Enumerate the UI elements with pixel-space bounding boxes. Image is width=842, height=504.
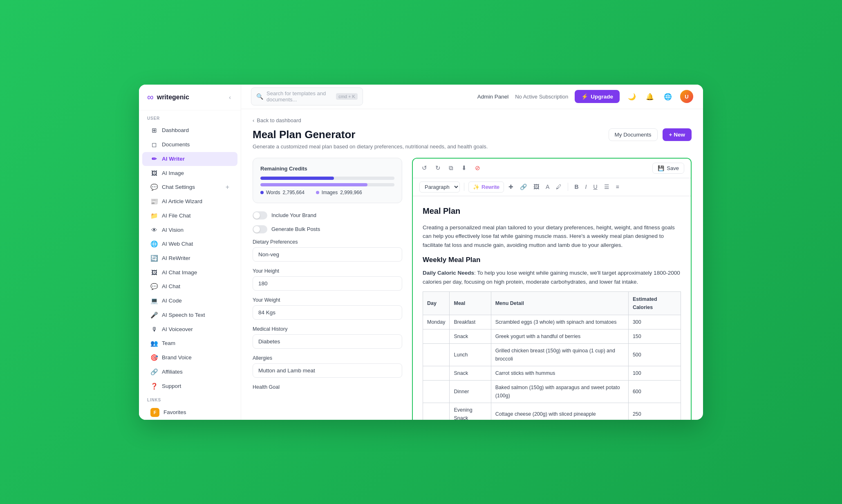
health-goal-group: Health Goal [253, 384, 402, 390]
images-dot [316, 191, 319, 194]
bullet-list-button[interactable]: ☰ [602, 182, 611, 192]
images-label: Images [322, 190, 338, 195]
images-progress-bar [260, 183, 394, 186]
new-button[interactable]: + New [663, 128, 692, 141]
include-brand-toggle-row: Include Your Brand [253, 211, 402, 220]
sidebar-item-documents[interactable]: ◻ Documents [142, 138, 237, 152]
chat-settings-plus-icon[interactable]: + [226, 184, 229, 191]
cell-detail: Carrot sticks with hummus [491, 366, 628, 380]
images-stat: Images 2,999,966 [316, 190, 362, 195]
sidebar-item-label: AI Chat Image [162, 269, 197, 276]
sidebar-item-ai-web-chat[interactable]: 🌐 AI Web Chat [142, 237, 237, 251]
dietary-input[interactable] [253, 247, 402, 262]
table-row: Snack Carrot sticks with hummus 100 [423, 366, 681, 380]
page-title: Meal Plan Generator [253, 128, 355, 141]
medical-input[interactable] [253, 334, 402, 349]
link-button[interactable]: 🔗 [518, 182, 529, 192]
dark-mode-button[interactable]: 🌙 [626, 91, 638, 102]
sidebar-item-label: AI Code [162, 298, 182, 304]
highlight-button[interactable]: 🖊 [554, 182, 564, 192]
search-box[interactable]: 🔍 Search for templates and documents... … [251, 87, 363, 105]
words-progress-bar [260, 177, 394, 180]
cell-detail: Cottage cheese (200g) with sliced pineap… [491, 403, 628, 419]
plus-format-button[interactable]: ✚ [506, 182, 515, 192]
page-subtitle: Generate a customized meal plan based on… [253, 143, 692, 150]
weekly-meal-plan-title: Weekly Meal Plan [423, 254, 681, 265]
sidebar-item-ai-rewriter[interactable]: 🔄 AI ReWriter [142, 251, 237, 265]
language-button[interactable]: 🌐 [662, 91, 674, 102]
weight-input[interactable] [253, 305, 402, 320]
ai-chat-image-icon: 🖼 [150, 269, 158, 276]
undo-button[interactable]: ↺ [419, 163, 430, 173]
ai-writer-icon: ✏ [150, 155, 158, 163]
cell-calories: 100 [628, 366, 681, 380]
sidebar-item-ai-voiceover[interactable]: 🎙 AI Voiceover [142, 323, 237, 336]
sidebar-item-label: AI Vision [162, 227, 184, 233]
download-button[interactable]: ⬇ [459, 163, 469, 173]
avatar[interactable]: U [680, 90, 693, 103]
sidebar-item-label: AI Voiceover [162, 326, 193, 332]
delete-button[interactable]: ⊘ [473, 163, 483, 173]
sidebar-item-ai-image[interactable]: 🖼 AI Image [142, 166, 237, 180]
words-dot [260, 191, 264, 194]
height-input[interactable] [253, 276, 402, 291]
sidebar-item-dashboard[interactable]: ⊞ Dashboard [142, 123, 237, 137]
bold-button[interactable]: B [572, 182, 580, 192]
rewrite-button[interactable]: ✨ Rewrite [468, 181, 504, 193]
sidebar-item-affiliates[interactable]: 🔗 Affiliates [142, 365, 237, 379]
image-insert-button[interactable]: 🖼 [531, 182, 541, 192]
sidebar-item-chat-settings[interactable]: 💬 Chat Settings + [142, 180, 237, 194]
paragraph-select[interactable]: Paragraph Heading 1 Heading 2 [419, 181, 460, 193]
ai-article-icon: 📰 [150, 198, 158, 205]
sidebar-item-ai-writer[interactable]: ✏ AI Writer [142, 152, 237, 166]
sidebar-item-ai-file-chat[interactable]: 📁 AI File Chat [142, 209, 237, 223]
allergies-input[interactable] [253, 363, 402, 378]
words-value: 2,795,664 [282, 190, 304, 195]
generate-bulk-toggle[interactable] [253, 225, 267, 233]
format-divider-1 [464, 183, 464, 191]
redo-button[interactable]: ↻ [433, 163, 443, 173]
sidebar-item-ai-article-wizard[interactable]: 📰 AI Article Wizard [142, 195, 237, 208]
sidebar-item-ai-vision[interactable]: 👁 AI Vision [142, 223, 237, 237]
save-button[interactable]: 💾 Save [652, 163, 684, 174]
notifications-button[interactable]: 🔔 [644, 91, 656, 102]
back-link[interactable]: ‹ Back to dashboard [253, 117, 692, 123]
brand-voice-icon: 🎯 [150, 354, 158, 361]
numbered-list-button[interactable]: ≡ [614, 182, 621, 192]
sidebar-item-ai-chat-image[interactable]: 🖼 AI Chat Image [142, 266, 237, 279]
sidebar-item-favorites[interactable]: F Favorites [142, 405, 237, 420]
sidebar-item-label: AI Speech to Text [162, 312, 205, 318]
page-actions: My Documents + New [609, 128, 692, 141]
editor-content[interactable]: Meal Plan Creating a personalized meal p… [413, 196, 691, 420]
cell-day [423, 366, 450, 380]
cell-meal: Snack [450, 329, 491, 343]
cell-meal: Snack [450, 366, 491, 380]
dietary-preferences-group: Dietary Preferences [253, 239, 402, 262]
italic-button[interactable]: I [583, 182, 589, 192]
ai-speech-icon: 🎤 [150, 311, 158, 319]
sidebar-item-ai-chat[interactable]: 💬 AI Chat [142, 280, 237, 293]
sidebar-item-ai-code[interactable]: 💻 AI Code [142, 294, 237, 308]
upgrade-button[interactable]: ⚡ Upgrade [575, 90, 620, 103]
copy-button[interactable]: ⧉ [446, 163, 456, 173]
underline-button[interactable]: U [591, 182, 599, 192]
affiliates-icon: 🔗 [150, 368, 158, 376]
format-divider-2 [568, 183, 568, 191]
cell-meal: Breakfast [450, 315, 491, 329]
sidebar-item-ai-speech[interactable]: 🎤 AI Speech to Text [142, 308, 237, 322]
include-brand-toggle-knob [253, 212, 260, 219]
cell-day [423, 380, 450, 403]
generate-bulk-toggle-knob [253, 226, 260, 233]
admin-panel-link[interactable]: Admin Panel [477, 94, 509, 100]
sidebar-item-brand-voice[interactable]: 🎯 Brand Voice [142, 351, 237, 365]
table-row: Dinner Baked salmon (150g) with asparagu… [423, 380, 681, 403]
allergies-label: Allergies [253, 355, 402, 361]
main-area: 🔍 Search for templates and documents... … [241, 85, 703, 420]
sidebar-item-support[interactable]: ❓ Support [142, 379, 237, 393]
font-color-button[interactable]: A [544, 182, 551, 192]
ai-voiceover-icon: 🎙 [150, 326, 158, 333]
sidebar-collapse-button[interactable]: ‹ [227, 92, 233, 102]
sidebar-item-team[interactable]: 👥 Team [142, 336, 237, 350]
my-documents-button[interactable]: My Documents [609, 128, 658, 141]
include-brand-toggle[interactable] [253, 211, 267, 220]
